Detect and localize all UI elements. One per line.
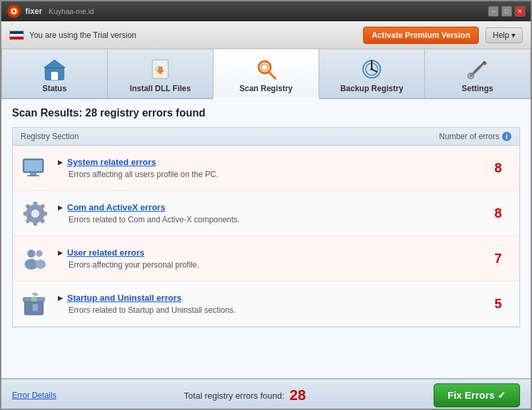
install-dll-icon: DLL — [148, 57, 172, 81]
row-content-0: ▶ System related errors Errors affecting… — [58, 157, 485, 179]
expand-arrow-3[interactable]: ▶ — [58, 294, 63, 302]
table-row: ▶ System related errors Errors affecting… — [13, 146, 519, 191]
scan-results-title: Scan Results: 28 registry errors found — [12, 107, 520, 119]
table-row: ▶ Com and ActiveX errors Errors related … — [13, 191, 519, 236]
tab-status[interactable]: Status — [1, 49, 108, 98]
table-row: ▶ Startup and Uninstall errors Errors re… — [13, 282, 519, 327]
expand-arrow-1[interactable]: ▶ — [58, 204, 63, 211]
row-errors-2: 7 — [485, 251, 511, 266]
maximize-button[interactable]: □ — [501, 6, 512, 17]
help-button[interactable]: Help ▾ — [485, 27, 523, 43]
tab-backup-registry[interactable]: Backup Registry — [319, 49, 425, 98]
row-title-line-0: ▶ System related errors — [58, 157, 485, 167]
watermark: Kuyhaa-me.id — [49, 7, 94, 15]
expand-arrow-2[interactable]: ▶ — [58, 249, 63, 256]
scan-results-body: 28 registry errors found — [85, 107, 205, 118]
svg-marker-43 — [31, 292, 39, 296]
col-errors-header: Number of errors i — [439, 132, 511, 141]
error-details-link[interactable]: Error Details — [12, 391, 57, 400]
activate-button[interactable]: Activate Premium Version — [363, 27, 479, 44]
row-icon-gear — [21, 199, 50, 228]
backup-registry-icon — [360, 57, 384, 81]
row-icon-box — [21, 290, 50, 319]
main-content: Scan Results: 28 registry errors found R… — [1, 99, 531, 378]
row-desc-1: Errors related to Com and Active-X compo… — [58, 215, 485, 224]
content-area: Scan Results: 28 registry errors found R… — [1, 99, 531, 410]
results-table: Registry Section Number of errors i — [12, 127, 520, 327]
row-errors-3: 5 — [485, 296, 511, 311]
svg-point-17 — [370, 68, 373, 71]
row-title-line-2: ▶ User related errors — [58, 248, 485, 258]
table-scroll[interactable]: ▶ System related errors Errors affecting… — [13, 146, 519, 327]
row-icon-computer — [21, 154, 50, 183]
svg-line-11 — [269, 72, 275, 79]
row-errors-1: 8 — [485, 206, 511, 221]
svg-point-12 — [261, 64, 268, 71]
row-link-0[interactable]: System related errors — [67, 157, 156, 167]
trial-text: You are using the Trial version — [29, 31, 136, 40]
svg-rect-24 — [30, 172, 37, 175]
tab-backup-registry-label: Backup Registry — [340, 84, 404, 93]
svg-point-27 — [32, 210, 39, 217]
total-label: Total registry errors found: — [184, 391, 285, 401]
svg-point-38 — [36, 250, 43, 257]
row-desc-3: Errors related to Startup and Uninstall … — [58, 306, 485, 315]
titlebar: fixer Kuyhaa-me.id – □ ✕ — [1, 1, 531, 21]
info-icon: i — [502, 132, 511, 141]
row-errors-0: 8 — [485, 160, 511, 176]
titlebar-left: fixer Kuyhaa-me.id — [7, 4, 94, 19]
svg-rect-31 — [42, 212, 47, 216]
row-content-3: ▶ Startup and Uninstall errors Errors re… — [58, 293, 485, 315]
scan-registry-icon — [254, 57, 278, 81]
row-content-2: ▶ User related errors Errors affecting y… — [58, 248, 485, 270]
header: You are using the Trial version Activate… — [1, 21, 531, 49]
titlebar-controls: – □ ✕ — [488, 6, 525, 17]
scan-results-prefix: Scan Results: — [12, 107, 85, 118]
row-link-3[interactable]: Startup and Uninstall errors — [67, 293, 182, 303]
status-icon — [43, 57, 66, 81]
table-header: Registry Section Number of errors i — [13, 128, 519, 146]
fix-errors-button[interactable]: Fix Errors ✓ — [434, 383, 520, 407]
col-section-header: Registry Section — [21, 132, 78, 141]
tab-scan-registry[interactable]: Scan Registry — [213, 49, 319, 99]
row-link-2[interactable]: User related errors — [67, 248, 144, 258]
svg-rect-30 — [23, 212, 29, 216]
svg-rect-5 — [51, 72, 58, 80]
row-desc-0: Errors affecting all users profile on th… — [58, 170, 485, 179]
close-button[interactable]: ✕ — [515, 6, 525, 17]
total-errors-value: 28 — [290, 387, 306, 404]
tab-scan-registry-label: Scan Registry — [239, 84, 293, 93]
app-window: fixer Kuyhaa-me.id – □ ✕ You are using t… — [1, 1, 531, 410]
svg-rect-44 — [33, 304, 38, 311]
tab-install-dll[interactable]: DLL Install DLL Files — [108, 49, 213, 98]
svg-rect-23 — [25, 160, 42, 171]
tab-status-label: Status — [43, 84, 67, 93]
table-row: ▶ User related errors Errors affecting y… — [13, 236, 519, 282]
tab-install-dll-label: Install DLL Files — [130, 84, 191, 93]
app-logo-icon — [7, 4, 21, 19]
svg-rect-29 — [33, 220, 37, 226]
footer: Error Details Total registry errors foun… — [1, 378, 531, 410]
row-link-1[interactable]: Com and ActiveX errors — [67, 202, 166, 212]
svg-rect-25 — [27, 175, 39, 176]
tab-settings-label: Settings — [462, 84, 493, 93]
svg-rect-42 — [31, 298, 37, 302]
header-left: You are using the Trial version — [9, 31, 136, 40]
app-title: fixer — [25, 7, 42, 16]
svg-point-2 — [13, 10, 15, 13]
svg-rect-28 — [33, 202, 37, 207]
row-icon-users — [21, 244, 50, 274]
settings-icon — [466, 57, 489, 81]
svg-marker-4 — [44, 60, 65, 68]
svg-line-20 — [475, 63, 484, 72]
row-content-1: ▶ Com and ActiveX errors Errors related … — [58, 202, 485, 224]
col-errors-label: Number of errors — [439, 132, 499, 141]
flag-icon — [9, 31, 24, 40]
row-title-line-3: ▶ Startup and Uninstall errors — [58, 293, 485, 303]
row-desc-2: Errors affecting your personal profile. — [58, 260, 485, 270]
svg-rect-9 — [158, 67, 162, 72]
expand-arrow-0[interactable]: ▶ — [58, 158, 63, 166]
minimize-button[interactable]: – — [488, 6, 499, 17]
footer-center: Total registry errors found: 28 — [184, 387, 307, 404]
tab-settings[interactable]: Settings — [425, 49, 531, 98]
